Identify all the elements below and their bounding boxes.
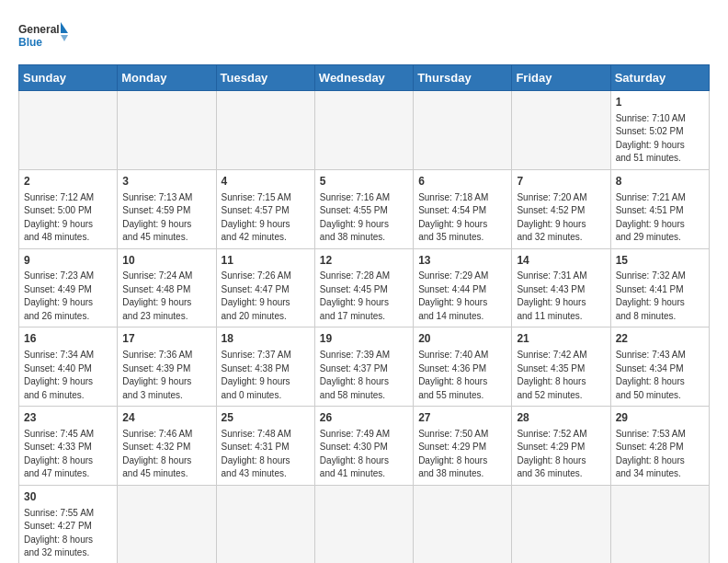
day-info: Sunrise: 7:18 AM Sunset: 4:54 PM Dayligh… bbox=[418, 191, 506, 245]
day-number: 2 bbox=[24, 174, 112, 190]
day-number: 17 bbox=[122, 331, 210, 347]
day-number: 28 bbox=[517, 410, 605, 426]
svg-marker-3 bbox=[61, 35, 68, 41]
day-info: Sunrise: 7:24 AM Sunset: 4:48 PM Dayligh… bbox=[122, 270, 210, 323]
day-number: 6 bbox=[418, 174, 506, 190]
day-number: 5 bbox=[320, 174, 408, 190]
day-number: 7 bbox=[517, 174, 605, 190]
day-number: 24 bbox=[122, 410, 210, 426]
calendar-cell: 7Sunrise: 7:20 AM Sunset: 4:52 PM Daylig… bbox=[512, 169, 610, 248]
calendar-cell: 20Sunrise: 7:40 AM Sunset: 4:36 PM Dayli… bbox=[414, 327, 512, 407]
calendar-cell bbox=[414, 91, 512, 170]
day-number: 26 bbox=[320, 410, 408, 426]
day-number: 16 bbox=[24, 331, 112, 347]
day-info: Sunrise: 7:23 AM Sunset: 4:49 PM Dayligh… bbox=[24, 270, 112, 323]
day-number: 13 bbox=[418, 253, 506, 269]
day-info: Sunrise: 7:15 AM Sunset: 4:57 PM Dayligh… bbox=[222, 191, 310, 245]
page-header: General Blue bbox=[18, 18, 710, 55]
day-number: 29 bbox=[616, 410, 704, 426]
svg-text:General: General bbox=[18, 23, 60, 36]
day-number: 10 bbox=[122, 253, 210, 269]
day-info: Sunrise: 7:37 AM Sunset: 4:38 PM Dayligh… bbox=[222, 349, 310, 402]
day-number: 18 bbox=[222, 331, 310, 347]
day-info: Sunrise: 7:16 AM Sunset: 4:55 PM Dayligh… bbox=[320, 191, 408, 245]
calendar-cell bbox=[216, 91, 314, 170]
calendar-cell: 13Sunrise: 7:29 AM Sunset: 4:44 PM Dayli… bbox=[414, 248, 512, 327]
day-info: Sunrise: 7:12 AM Sunset: 5:00 PM Dayligh… bbox=[24, 191, 112, 245]
calendar-table: SundayMondayTuesdayWednesdayThursdayFrid… bbox=[18, 64, 710, 563]
calendar-cell bbox=[314, 485, 413, 563]
calendar-week-row: 9Sunrise: 7:23 AM Sunset: 4:49 PM Daylig… bbox=[19, 248, 710, 327]
calendar-cell: 25Sunrise: 7:48 AM Sunset: 4:31 PM Dayli… bbox=[216, 407, 314, 486]
calendar-cell: 14Sunrise: 7:31 AM Sunset: 4:43 PM Dayli… bbox=[512, 248, 610, 327]
day-number: 19 bbox=[320, 331, 408, 347]
calendar-week-row: 30Sunrise: 7:55 AM Sunset: 4:27 PM Dayli… bbox=[19, 485, 710, 563]
day-info: Sunrise: 7:20 AM Sunset: 4:52 PM Dayligh… bbox=[517, 191, 605, 245]
day-info: Sunrise: 7:50 AM Sunset: 4:29 PM Dayligh… bbox=[418, 428, 506, 481]
day-number: 4 bbox=[222, 174, 310, 190]
calendar-cell bbox=[118, 91, 216, 170]
calendar-cell: 11Sunrise: 7:26 AM Sunset: 4:47 PM Dayli… bbox=[216, 248, 314, 327]
day-info: Sunrise: 7:28 AM Sunset: 4:45 PM Dayligh… bbox=[320, 270, 408, 323]
calendar-cell: 12Sunrise: 7:28 AM Sunset: 4:45 PM Dayli… bbox=[314, 248, 413, 327]
day-info: Sunrise: 7:39 AM Sunset: 4:37 PM Dayligh… bbox=[320, 349, 408, 402]
day-info: Sunrise: 7:26 AM Sunset: 4:47 PM Dayligh… bbox=[222, 270, 310, 323]
weekday-header-monday: Monday bbox=[118, 65, 216, 91]
day-info: Sunrise: 7:32 AM Sunset: 4:41 PM Dayligh… bbox=[616, 270, 704, 323]
day-number: 23 bbox=[24, 410, 112, 426]
day-info: Sunrise: 7:34 AM Sunset: 4:40 PM Dayligh… bbox=[24, 349, 112, 402]
day-info: Sunrise: 7:52 AM Sunset: 4:29 PM Dayligh… bbox=[517, 428, 605, 481]
calendar-cell: 24Sunrise: 7:46 AM Sunset: 4:32 PM Dayli… bbox=[118, 407, 216, 486]
calendar-cell: 4Sunrise: 7:15 AM Sunset: 4:57 PM Daylig… bbox=[216, 169, 314, 248]
day-number: 21 bbox=[517, 331, 605, 347]
svg-marker-2 bbox=[61, 22, 68, 33]
calendar-cell: 16Sunrise: 7:34 AM Sunset: 4:40 PM Dayli… bbox=[19, 327, 118, 407]
calendar-week-row: 2Sunrise: 7:12 AM Sunset: 5:00 PM Daylig… bbox=[19, 169, 710, 248]
weekday-header-friday: Friday bbox=[512, 65, 610, 91]
day-number: 3 bbox=[122, 174, 210, 190]
calendar-cell: 28Sunrise: 7:52 AM Sunset: 4:29 PM Dayli… bbox=[512, 407, 610, 486]
calendar-week-row: 23Sunrise: 7:45 AM Sunset: 4:33 PM Dayli… bbox=[19, 407, 710, 486]
weekday-header-tuesday: Tuesday bbox=[216, 65, 314, 91]
calendar-cell bbox=[216, 485, 314, 563]
day-info: Sunrise: 7:29 AM Sunset: 4:44 PM Dayligh… bbox=[418, 270, 506, 323]
calendar-header-row: SundayMondayTuesdayWednesdayThursdayFrid… bbox=[19, 65, 710, 91]
day-info: Sunrise: 7:55 AM Sunset: 4:27 PM Dayligh… bbox=[24, 507, 112, 560]
day-info: Sunrise: 7:36 AM Sunset: 4:39 PM Dayligh… bbox=[122, 349, 210, 402]
day-info: Sunrise: 7:10 AM Sunset: 5:02 PM Dayligh… bbox=[616, 112, 704, 166]
day-info: Sunrise: 7:43 AM Sunset: 4:34 PM Dayligh… bbox=[616, 349, 704, 402]
calendar-cell: 5Sunrise: 7:16 AM Sunset: 4:55 PM Daylig… bbox=[314, 169, 413, 248]
calendar-cell bbox=[314, 91, 413, 170]
calendar-cell: 23Sunrise: 7:45 AM Sunset: 4:33 PM Dayli… bbox=[19, 407, 118, 486]
weekday-header-sunday: Sunday bbox=[19, 65, 118, 91]
day-info: Sunrise: 7:49 AM Sunset: 4:30 PM Dayligh… bbox=[320, 428, 408, 481]
day-info: Sunrise: 7:40 AM Sunset: 4:36 PM Dayligh… bbox=[418, 349, 506, 402]
calendar-cell: 18Sunrise: 7:37 AM Sunset: 4:38 PM Dayli… bbox=[216, 327, 314, 407]
calendar-cell bbox=[414, 485, 512, 563]
calendar-cell: 21Sunrise: 7:42 AM Sunset: 4:35 PM Dayli… bbox=[512, 327, 610, 407]
day-number: 15 bbox=[616, 253, 704, 269]
logo: General Blue bbox=[18, 18, 69, 55]
calendar-cell: 26Sunrise: 7:49 AM Sunset: 4:30 PM Dayli… bbox=[314, 407, 413, 486]
calendar-cell: 1Sunrise: 7:10 AM Sunset: 5:02 PM Daylig… bbox=[610, 91, 709, 170]
calendar-cell: 29Sunrise: 7:53 AM Sunset: 4:28 PM Dayli… bbox=[610, 407, 709, 486]
day-info: Sunrise: 7:42 AM Sunset: 4:35 PM Dayligh… bbox=[517, 349, 605, 402]
calendar-cell: 6Sunrise: 7:18 AM Sunset: 4:54 PM Daylig… bbox=[414, 169, 512, 248]
calendar-cell: 15Sunrise: 7:32 AM Sunset: 4:41 PM Dayli… bbox=[610, 248, 709, 327]
calendar-cell bbox=[19, 91, 118, 170]
day-number: 22 bbox=[616, 331, 704, 347]
calendar-cell: 10Sunrise: 7:24 AM Sunset: 4:48 PM Dayli… bbox=[118, 248, 216, 327]
calendar-week-row: 1Sunrise: 7:10 AM Sunset: 5:02 PM Daylig… bbox=[19, 91, 710, 170]
day-number: 9 bbox=[24, 253, 112, 269]
calendar-cell bbox=[512, 485, 610, 563]
calendar-cell: 3Sunrise: 7:13 AM Sunset: 4:59 PM Daylig… bbox=[118, 169, 216, 248]
logo-svg: General Blue bbox=[18, 18, 69, 55]
calendar-cell bbox=[118, 485, 216, 563]
weekday-header-saturday: Saturday bbox=[610, 65, 709, 91]
calendar-cell: 9Sunrise: 7:23 AM Sunset: 4:49 PM Daylig… bbox=[19, 248, 118, 327]
day-number: 14 bbox=[517, 253, 605, 269]
calendar-cell: 8Sunrise: 7:21 AM Sunset: 4:51 PM Daylig… bbox=[610, 169, 709, 248]
calendar-cell: 30Sunrise: 7:55 AM Sunset: 4:27 PM Dayli… bbox=[19, 485, 118, 563]
day-info: Sunrise: 7:21 AM Sunset: 4:51 PM Dayligh… bbox=[616, 191, 704, 245]
day-number: 20 bbox=[418, 331, 506, 347]
